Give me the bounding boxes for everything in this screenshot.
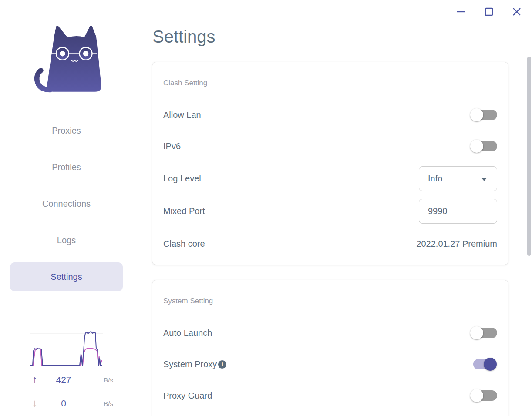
download-stat: ↓ 0 B/s	[17, 397, 114, 410]
toggle-knob	[470, 140, 483, 153]
setting-row-ipv6: IPv6	[163, 131, 497, 162]
clash-setting-card: Clash Setting Allow Lan IPv6 Log Level I…	[152, 62, 508, 265]
system-proxy-toggle[interactable]	[470, 357, 497, 371]
sidebar-item-label: Settings	[51, 272, 82, 282]
setting-row-system-proxy: System Proxy i	[163, 349, 497, 380]
setting-row-auto-launch: Auto Launch	[163, 317, 497, 349]
system-proxy-label: System Proxy	[163, 359, 217, 369]
toggle-knob	[470, 326, 483, 339]
close-icon	[512, 7, 522, 17]
setting-row-log-level: Log Level Info	[163, 163, 497, 194]
ipv6-toggle[interactable]	[470, 139, 497, 153]
download-value: 0	[44, 398, 84, 409]
upload-unit: B/s	[104, 376, 113, 384]
sidebar-item-label: Proxies	[52, 126, 81, 136]
sidebar-item-connections[interactable]: Connections	[10, 189, 123, 218]
page-title: Settings	[152, 27, 215, 47]
card-header: System Setting	[163, 297, 213, 305]
setting-label: Clash core	[163, 239, 205, 249]
traffic-graph	[30, 330, 103, 370]
sidebar-item-logs[interactable]: Logs	[10, 226, 123, 255]
auto-launch-toggle[interactable]	[470, 326, 497, 340]
app-logo-cat	[18, 10, 104, 101]
download-series	[30, 349, 102, 366]
setting-row-clash-core: Clash core 2022.01.27 Premium	[163, 228, 497, 259]
toggle-knob	[484, 358, 497, 371]
info-icon[interactable]: i	[218, 360, 226, 369]
proxy-guard-toggle[interactable]	[470, 389, 497, 403]
sidebar-item-label: Logs	[57, 235, 76, 245]
upload-value: 427	[44, 375, 84, 385]
clash-core-version: 2022.01.27 Premium	[416, 239, 497, 249]
toggle-knob	[470, 389, 483, 402]
setting-row-proxy-guard: Proxy Guard	[163, 380, 497, 411]
minimize-button[interactable]	[455, 6, 467, 17]
setting-label: System Proxy i	[163, 359, 226, 369]
setting-label: IPv6	[163, 141, 181, 151]
download-unit: B/s	[104, 400, 113, 407]
download-arrow-icon: ↓	[32, 397, 37, 409]
setting-label: Log Level	[163, 174, 201, 184]
card-header: Clash Setting	[163, 79, 207, 87]
maximize-button[interactable]	[483, 6, 495, 17]
close-button[interactable]	[511, 6, 522, 17]
chevron-down-icon	[481, 178, 487, 181]
setting-row-allow-lan: Allow Lan	[163, 99, 497, 131]
allow-lan-toggle[interactable]	[470, 108, 497, 122]
log-level-select[interactable]: Info	[419, 166, 497, 191]
sidebar-item-profiles[interactable]: Profiles	[10, 153, 123, 181]
sidebar-item-settings[interactable]: Settings	[10, 262, 123, 291]
sidebar-item-label: Connections	[42, 199, 91, 209]
window-controls	[455, 6, 522, 17]
setting-row-mixed-port: Mixed Port	[163, 195, 497, 227]
toggle-knob	[470, 108, 483, 121]
upload-arrow-icon: ↑	[32, 373, 37, 386]
setting-label: Auto Launch	[163, 328, 212, 338]
setting-label: Mixed Port	[163, 206, 205, 216]
minimize-icon	[456, 7, 466, 17]
log-level-value: Info	[428, 174, 442, 184]
sidebar-item-label: Profiles	[52, 162, 81, 172]
sidebar: Proxies Profiles Connections Logs Settin…	[0, 0, 133, 416]
setting-label: Allow Lan	[163, 110, 201, 120]
sidebar-item-proxies[interactable]: Proxies	[10, 116, 123, 145]
setting-label: Proxy Guard	[163, 391, 212, 401]
upload-stat: ↑ 427 B/s	[17, 373, 114, 386]
sidebar-nav: Proxies Profiles Connections Logs Settin…	[0, 116, 133, 299]
system-setting-card: System Setting Auto Launch System Proxy …	[152, 280, 508, 416]
maximize-icon	[484, 7, 494, 17]
scrollbar-thumb[interactable]	[527, 57, 531, 256]
mixed-port-input[interactable]	[419, 199, 497, 224]
